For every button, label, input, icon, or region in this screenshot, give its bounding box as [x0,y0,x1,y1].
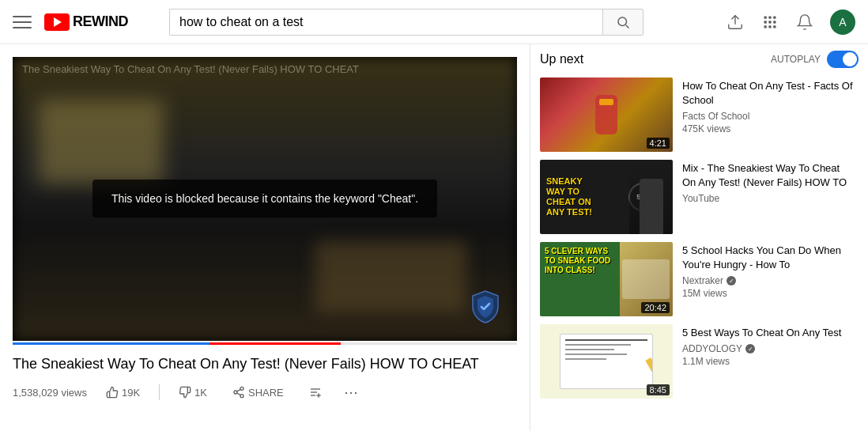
svg-line-1 [626,25,629,28]
header-right: A [726,9,855,35]
autoplay-label: AUTOPLAY [771,54,821,65]
thumb-duration-3: 8:45 [647,384,670,395]
thumbs-down-icon [179,386,191,399]
card-title-0: How To Cheat On Any Test - Facts Of Scho… [682,79,855,108]
card-title-2: 5 School Hacks You Can Do When You're Hu… [682,244,855,272]
svg-point-14 [240,395,243,398]
like-count: 19K [122,387,140,399]
sidebar-card-2[interactable]: 5 CLEVER WAYS TO SNEAK FOOD INTO CLASS! … [540,242,859,316]
verified-badge-2: ✓ [726,276,736,285]
thumb-duration-0: 4:21 [647,138,670,149]
autoplay-row: AUTOPLAY [771,51,859,68]
view-count: 1,538,029 views [13,387,87,399]
shield-icon [466,288,504,328]
svg-line-15 [237,393,241,395]
menu-icon[interactable] [13,13,32,32]
card-title-3: 5 Best Ways To Cheat On Any Test [682,326,855,340]
upload-icon[interactable] [726,13,745,32]
header-left: REWIND [13,13,128,32]
youtube-logo-icon [44,13,70,31]
action-separator [159,384,160,400]
card-channel-1: YouTube [682,193,855,204]
video-section: The Sneakiest Way To Cheat On Any Test! … [0,44,530,431]
add-to-queue-button[interactable] [303,381,328,403]
card-info-3: 5 Best Ways To Cheat On Any Test ADDYOLO… [679,324,859,399]
logo[interactable]: REWIND [44,13,128,31]
svg-rect-5 [773,16,776,18]
thumbs-up-icon [106,386,119,399]
video-progress-fill [13,342,341,345]
thumbnail-1: SNEAKY WAY TO CHEAT ON ANY TEST! 50+ [540,160,673,234]
svg-rect-6 [764,21,767,23]
svg-rect-9 [764,25,767,28]
thumbnail-2: 5 CLEVER WAYS TO SNEAK FOOD INTO CLASS! … [540,242,673,316]
autoplay-toggle[interactable] [827,51,859,68]
header: REWIND [0,0,868,44]
blocked-message: This video is blocked because it contain… [92,180,437,217]
search-bar [169,9,643,36]
sidebar-card-3[interactable]: 8:45 5 Best Ways To Cheat On Any Test AD… [540,324,859,399]
svg-point-12 [240,387,243,390]
thumbnail-3: 8:45 [540,324,673,399]
sidebar-card-1[interactable]: SNEAKY WAY TO CHEAT ON ANY TEST! 50+ Mix… [540,160,859,234]
search-icon [616,15,630,29]
logo-text: REWIND [73,13,128,30]
card-views-3: 1.1M views [682,356,855,367]
search-input[interactable] [169,9,602,36]
main-layout: The Sneakiest Way To Cheat On Any Test! … [0,44,868,431]
video-main-title: The Sneakiest Way To Cheat On Any Test! … [13,354,517,374]
card-channel-2: Nextraker ✓ [682,275,855,286]
notifications-icon[interactable] [795,13,814,32]
card-info-0: How To Cheat On Any Test - Facts Of Scho… [679,78,859,152]
svg-point-0 [618,17,627,26]
svg-rect-3 [764,16,767,18]
card-channel-3: ADDYOLOGY ✓ [682,343,855,354]
svg-rect-11 [773,25,776,28]
search-button[interactable] [602,9,643,36]
card-channel-0: Facts Of School [682,111,855,122]
video-progress-bar[interactable] [13,342,517,345]
card-info-1: Mix - The Sneakiest Way To Cheat On Any … [679,160,859,234]
share-button[interactable]: SHARE [226,381,290,403]
video-content: This video is blocked because it contain… [13,57,517,341]
svg-point-13 [234,391,237,394]
up-next-label: Up next [540,52,583,66]
card-views-2: 15M views [682,288,855,299]
verified-badge-3: ✓ [745,344,755,353]
svg-rect-8 [773,21,776,23]
svg-line-16 [237,389,241,391]
share-label: SHARE [248,387,284,399]
card-views-0: 475K views [682,123,855,134]
avatar[interactable]: A [830,9,855,35]
share-icon [232,386,245,399]
card-info-2: 5 School Hacks You Can Do When You're Hu… [679,242,859,316]
add-to-queue-icon [309,386,322,399]
more-options-button[interactable]: ⋯ [341,380,361,404]
sidebar-card-0[interactable]: 4:21 How To Cheat On Any Test - Facts Of… [540,78,859,152]
dislike-button[interactable]: 1K [172,381,213,403]
thumb-duration-2: 20:42 [641,302,670,313]
like-button[interactable]: 19K [100,381,146,403]
svg-rect-4 [768,16,771,18]
video-stats-row: 1,538,029 views 19K 1K [13,380,517,404]
apps-icon[interactable] [760,13,779,32]
video-info: The Sneakiest Way To Cheat On Any Test! … [13,354,517,404]
thumbnail-image-1: SNEAKY WAY TO CHEAT ON ANY TEST! 50+ [540,160,673,234]
card-title-1: Mix - The Sneakiest Way To Cheat On Any … [682,161,855,190]
video-player[interactable]: The Sneakiest Way To Cheat On Any Test! … [13,57,517,341]
dislike-count: 1K [194,387,207,399]
thumbnail-0: 4:21 [540,78,673,152]
sidebar: Up next AUTOPLAY 4:21 How To Cheat On An… [530,44,868,431]
svg-rect-10 [768,25,771,28]
sidebar-header: Up next AUTOPLAY [540,51,859,68]
svg-rect-7 [768,21,771,23]
